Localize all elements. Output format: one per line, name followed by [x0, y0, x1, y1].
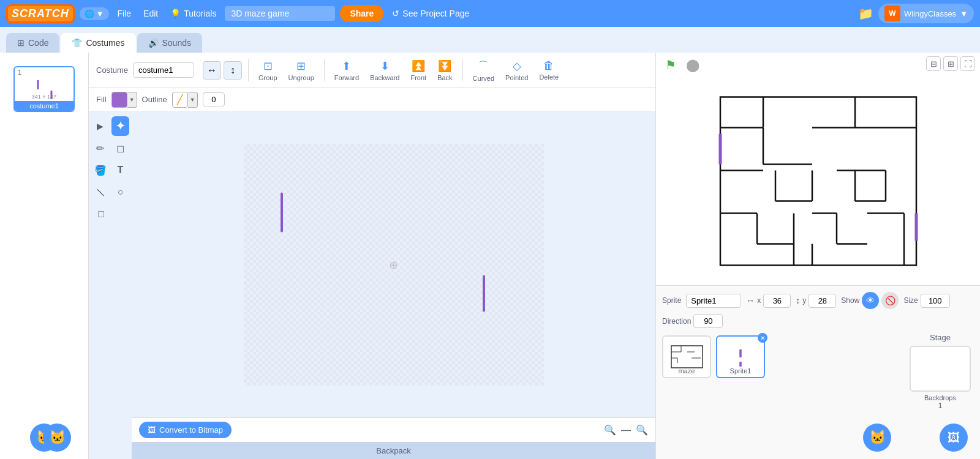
y-input[interactable] — [809, 294, 836, 308]
select-reshape-tool[interactable]: ✦ — [111, 116, 129, 136]
group-button[interactable]: ⊡ Group — [255, 57, 281, 84]
convert-label: Convert to Bitmap — [159, 425, 223, 435]
front-button[interactable]: ⏫ Front — [407, 57, 430, 84]
add-backdrop-button[interactable]: 🖼 — [940, 424, 968, 452]
project-title-input[interactable] — [225, 6, 335, 21]
size-input[interactable] — [921, 294, 950, 308]
hide-button[interactable]: 🚫 — [881, 292, 899, 309]
language-button[interactable]: 🌐 ▼ — [80, 7, 109, 20]
outline-color-swatch[interactable]: ╱ — [172, 92, 188, 108]
size-label: Size — [903, 296, 918, 305]
sounds-icon: 🔊 — [148, 38, 159, 48]
stage-thumbnail[interactable] — [910, 346, 971, 392]
user-menu[interactable]: W WiingyClasses ▼ — [878, 4, 974, 23]
forward-label: Forward — [334, 74, 359, 81]
stop-button[interactable]: ⬤ — [684, 56, 701, 73]
curved-icon: ⌒ — [478, 59, 489, 73]
zoom-reset-button[interactable]: — — [621, 425, 631, 436]
zoom-out-button[interactable]: 🔍 — [604, 424, 616, 436]
add-sprite-button[interactable]: 🐱 — [863, 424, 891, 452]
main-area: 1 costume1 341 × 187 🐱 Costume — [0, 53, 980, 459]
select-tool[interactable]: ▶ — [91, 116, 109, 136]
line-tool[interactable]: | — [89, 179, 113, 205]
folder-icon[interactable]: 📁 — [858, 6, 873, 21]
fullscreen-button[interactable]: ⛶ — [960, 56, 975, 71]
share-button[interactable]: Share — [340, 5, 383, 22]
small-stage-button[interactable]: ⊟ — [926, 56, 941, 71]
pointed-button[interactable]: ◇ Pointed — [502, 57, 532, 84]
back-button[interactable]: ⏬ Back — [434, 57, 456, 84]
circle-tool[interactable]: ○ — [111, 182, 129, 202]
edit-menu[interactable]: Edit — [140, 9, 162, 18]
tab-costumes[interactable]: 👕 Costumes — [61, 33, 135, 53]
outline-slash-icon: ╱ — [177, 94, 183, 105]
costume-name-label: costume1 — [15, 101, 74, 111]
curved-label: Curved — [473, 75, 494, 82]
costume-item[interactable]: 1 costume1 341 × 187 — [13, 66, 75, 112]
direction-label: Direction — [662, 317, 691, 326]
costume-name-input[interactable] — [133, 62, 194, 78]
normal-stage-button[interactable]: ⊞ — [943, 56, 958, 71]
zoom-in-button[interactable]: 🔍 — [636, 424, 648, 436]
green-flag-button[interactable]: ⚑ — [662, 56, 679, 73]
fill-label: Fill — [96, 95, 107, 104]
sprite-name-input[interactable] — [686, 294, 741, 308]
sprite-line-1 — [281, 193, 283, 233]
eraser-tool[interactable]: ◻ — [111, 138, 129, 158]
tutorials-label: Tutorials — [184, 9, 216, 18]
editor-inner: ▶ ✦ ✏ ◻ 🪣 T | ○ □ — [89, 111, 655, 459]
backpack-label: Backpack — [376, 446, 410, 455]
brush-tool[interactable]: ✏ — [91, 138, 109, 158]
sprite-thumb-sprite1[interactable]: ✕ Sprite1 — [716, 335, 765, 378]
costume-list: 1 costume1 341 × 187 🐱 — [0, 53, 89, 459]
tab-code[interactable]: ⊞ Code — [6, 33, 59, 53]
flip-vertical-button[interactable]: ↕ — [224, 61, 242, 80]
backward-button[interactable]: ⬇ Backward — [366, 57, 403, 84]
group-icon: ⊡ — [263, 59, 273, 73]
backward-label: Backward — [370, 74, 399, 81]
fill-row: Fill ▼ Outline ╱ ▼ — [89, 88, 655, 111]
drawing-canvas[interactable]: ⊕ — [244, 144, 544, 386]
tutorials-button[interactable]: 💡 Tutorials — [167, 9, 220, 18]
sprite-thumb-maze[interactable]: maze — [662, 335, 711, 378]
forward-icon: ⬆ — [342, 59, 351, 73]
costume-number: 1 — [18, 69, 21, 76]
top-navigation: SCRATCH 🌐 ▼ File Edit 💡 Tutorials Share … — [0, 0, 980, 27]
costume-name-row: Costume — [96, 62, 194, 78]
delete-icon: 🗑 — [543, 59, 554, 72]
outline-color-dropdown[interactable]: ▼ — [188, 92, 198, 108]
x-arrows-icon: ↔ — [746, 296, 755, 305]
front-icon: ⏫ — [412, 59, 425, 73]
backpack-bar[interactable]: Backpack — [132, 442, 655, 459]
scratch-logo[interactable]: SCRATCH — [6, 4, 75, 23]
ungroup-button[interactable]: ⊞ Ungroup — [285, 57, 318, 84]
add-costume-fixed-button[interactable]: 🐱 — [43, 424, 71, 452]
fill-tool[interactable]: 🪣 — [91, 160, 109, 180]
fill-color-swatch[interactable] — [111, 92, 127, 108]
show-button[interactable]: 👁 — [862, 292, 879, 309]
fill-color-dropdown[interactable]: ▼ — [127, 92, 137, 108]
tab-sounds[interactable]: 🔊 Sounds — [137, 33, 202, 53]
rectangle-tool[interactable]: □ — [91, 204, 111, 224]
convert-to-bitmap-button[interactable]: 🖼 Convert to Bitmap — [139, 422, 232, 438]
x-coord-group: ↔ x — [746, 294, 791, 308]
lightbulb-icon: 💡 — [170, 9, 181, 18]
outline-number-input[interactable] — [203, 92, 225, 106]
forward-button[interactable]: ⬆ Forward — [331, 57, 363, 84]
file-menu[interactable]: File — [114, 9, 135, 18]
ungroup-label: Ungroup — [288, 74, 314, 81]
tab-sounds-label: Sounds — [162, 38, 191, 48]
flip-horizontal-button[interactable]: ↔ — [203, 61, 221, 80]
see-project-button[interactable]: ↺ See Project Page — [388, 9, 473, 18]
direction-input[interactable] — [693, 314, 723, 328]
stage-canvas — [656, 77, 980, 285]
delete-sprite1-button[interactable]: ✕ — [758, 333, 767, 343]
delete-button[interactable]: 🗑 Delete — [535, 57, 562, 83]
canvas-inner: ⊕ — [244, 144, 544, 386]
curved-button[interactable]: ⌒ Curved — [469, 56, 498, 84]
tool-row-2: ✏ ◻ — [91, 138, 129, 158]
canvas-wrap[interactable]: ⊕ — [132, 111, 655, 417]
backdrops-label: Backdrops — [924, 394, 956, 401]
text-tool[interactable]: T — [111, 160, 129, 180]
x-input[interactable] — [763, 294, 791, 308]
